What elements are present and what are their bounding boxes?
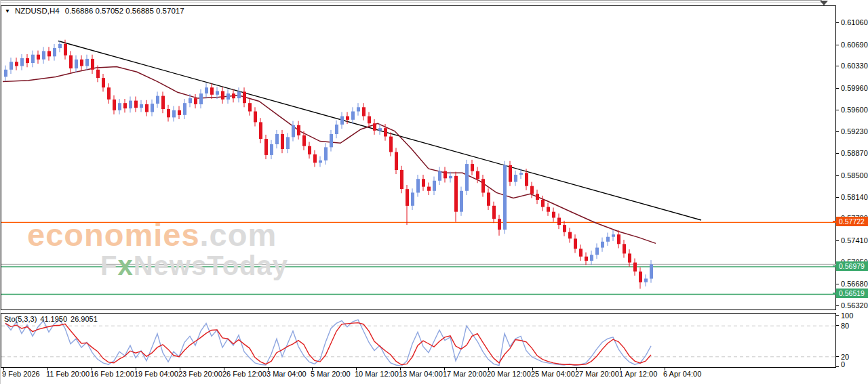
candle-body bbox=[411, 192, 414, 205]
indicator-k-value: 41.1950 bbox=[40, 315, 67, 323]
stoch-tick-label: 100 bbox=[841, 312, 853, 320]
stochastic-panel[interactable] bbox=[1, 313, 836, 368]
price-tick bbox=[836, 197, 839, 198]
price-tick-label: 0.59230 bbox=[841, 127, 868, 135]
candle-body bbox=[585, 257, 588, 261]
candle-body bbox=[492, 206, 496, 219]
price-tick-label: 0.58870 bbox=[841, 149, 868, 157]
candle-body bbox=[210, 87, 214, 95]
moving-average-line[interactable] bbox=[3, 66, 656, 243]
candle-body bbox=[340, 116, 344, 125]
candle-body bbox=[498, 219, 501, 230]
price-tick-label: 0.61060 bbox=[841, 18, 868, 26]
price-tick bbox=[836, 240, 839, 241]
candle-body bbox=[400, 170, 403, 189]
candle-body bbox=[623, 244, 626, 253]
date-label: 20 Mar 12:00 bbox=[487, 370, 531, 378]
candle-body bbox=[574, 238, 577, 249]
indicator-d-value: 26.9051 bbox=[71, 315, 98, 323]
candle-body bbox=[123, 103, 127, 108]
symbol-timeframe-label: NZDUSD,H4 bbox=[15, 7, 60, 15]
candle-body bbox=[237, 91, 241, 98]
candle-body bbox=[80, 60, 83, 66]
date-label: 25 Mar 04:00 bbox=[531, 370, 575, 378]
candle-body bbox=[270, 144, 273, 155]
chart-shift-marker[interactable] bbox=[820, 1, 828, 5]
candle-body bbox=[406, 189, 409, 206]
candle-body bbox=[612, 234, 615, 237]
candle-body bbox=[590, 255, 593, 261]
candle-body bbox=[509, 165, 512, 182]
date-label: 5 Mar 20:00 bbox=[311, 370, 351, 378]
date-label: 27 Mar 20:00 bbox=[575, 370, 619, 378]
symbol-dropdown-icon[interactable]: ▼ bbox=[5, 8, 10, 14]
candle-body bbox=[650, 264, 653, 278]
date-label: 16 Feb 12:00 bbox=[90, 370, 134, 378]
candle-body bbox=[118, 103, 121, 110]
candle-body bbox=[308, 146, 311, 154]
candle-body bbox=[471, 164, 474, 171]
price-tick-label: 0.57410 bbox=[841, 236, 868, 244]
candle-body bbox=[514, 175, 517, 182]
candle-body bbox=[161, 96, 165, 109]
candle-body bbox=[20, 58, 24, 66]
candle-body bbox=[595, 248, 599, 255]
price-tick bbox=[836, 22, 839, 23]
stoch-tick bbox=[836, 325, 839, 326]
price-tick bbox=[836, 88, 839, 89]
candle-body bbox=[9, 62, 13, 70]
date-label: 19 Feb 04:00 bbox=[134, 370, 178, 378]
candle-body bbox=[183, 103, 186, 115]
candle-body bbox=[216, 91, 219, 95]
price-level-badge: 0.56979 bbox=[836, 261, 868, 271]
candle-body bbox=[15, 62, 18, 66]
candle-body bbox=[449, 176, 452, 179]
candle-body bbox=[313, 154, 317, 163]
candle-body bbox=[503, 165, 507, 230]
candle-body bbox=[422, 179, 425, 187]
price-tick-label: 0.56320 bbox=[841, 301, 868, 310]
candle-body bbox=[617, 234, 620, 244]
date-label: 9 Feb 2026 bbox=[2, 370, 40, 378]
candle-body bbox=[454, 176, 458, 212]
candle-body bbox=[297, 125, 300, 135]
candle-body bbox=[134, 101, 138, 108]
candle-body bbox=[476, 171, 479, 179]
price-tick bbox=[836, 175, 839, 176]
candle-body bbox=[281, 134, 284, 149]
candle-body bbox=[330, 134, 333, 147]
date-label: 10 Mar 12:00 bbox=[355, 370, 399, 378]
candle-body bbox=[487, 192, 490, 205]
candle-body bbox=[151, 104, 154, 112]
price-chart-panel[interactable] bbox=[1, 5, 836, 310]
candle-body bbox=[26, 58, 29, 63]
candle-body bbox=[85, 59, 89, 66]
window-top-border bbox=[0, 0, 822, 3]
stochastic-canvas[interactable] bbox=[1, 314, 837, 368]
price-tick-label: 0.59600 bbox=[841, 106, 868, 114]
price-tick-label: 0.60330 bbox=[841, 62, 868, 70]
date-label: 1 Apr 12:00 bbox=[619, 370, 657, 378]
candle-body bbox=[552, 212, 555, 218]
date-label: 17 Mar 20:00 bbox=[443, 370, 487, 378]
date-label: 13 Mar 04:00 bbox=[399, 370, 443, 378]
candle-body bbox=[194, 98, 197, 104]
ohlc-values: 0.56886 0.57052 0.56885 0.57017 bbox=[65, 7, 184, 15]
price-chart-canvas[interactable] bbox=[1, 6, 837, 311]
price-tick bbox=[836, 284, 839, 284]
price-level-badge: 0.57722 bbox=[836, 217, 868, 226]
price-tick-label: 0.58500 bbox=[841, 171, 868, 179]
candle-body bbox=[644, 278, 648, 282]
stoch-tick-label: 0 bbox=[841, 360, 845, 368]
candle-body bbox=[129, 101, 132, 109]
candle-body bbox=[37, 55, 40, 60]
candle-body bbox=[443, 171, 447, 179]
date-label: 23 Feb 20:00 bbox=[178, 370, 222, 378]
candle-body bbox=[324, 147, 328, 160]
stoch-d-line bbox=[5, 323, 651, 365]
candle-body bbox=[31, 55, 35, 63]
candle-body bbox=[205, 87, 208, 93]
candle-body bbox=[568, 232, 572, 239]
price-tick-label: 0.59960 bbox=[841, 84, 868, 92]
price-tick bbox=[836, 66, 839, 66]
